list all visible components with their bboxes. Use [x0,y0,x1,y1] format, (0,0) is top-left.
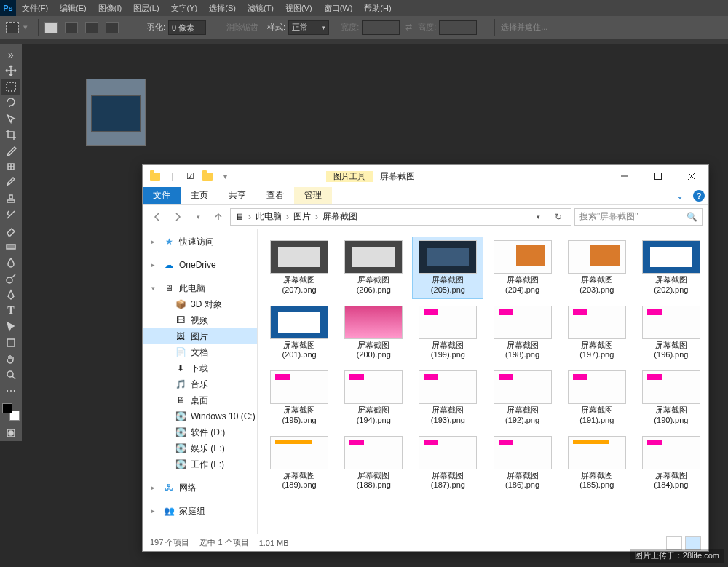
minimize-button[interactable] [608,165,641,187]
nav-quick-access[interactable]: ▸★快速访问 [143,234,257,250]
view-details-button[interactable] [666,536,682,550]
file-item[interactable]: 屏幕截图 (193).png [412,367,483,429]
menu-item[interactable]: 视图(V) [280,3,318,14]
blur-tool[interactable] [1,255,20,271]
nav-network[interactable]: ▸🖧网络 [143,480,257,496]
chevron-right-icon[interactable]: › [247,212,253,222]
brush-tool[interactable] [1,175,20,191]
help-button[interactable]: ? [689,187,708,204]
menu-item[interactable]: 滤镜(T) [242,3,280,14]
file-item[interactable]: 屏幕截图 (196).png [636,302,707,365]
file-item[interactable]: 屏幕截图 (204).png [486,237,558,299]
tab-home[interactable]: 主页 [181,187,218,204]
gradient-tool[interactable] [1,239,20,255]
stamp-tool[interactable] [1,191,20,207]
marquee-tool[interactable] [1,79,20,95]
zoom-tool[interactable] [1,367,20,383]
nav-item[interactable]: 💽软件 (D:) [143,424,257,440]
nav-item[interactable]: 📄文档 [143,344,257,360]
menu-item[interactable]: 帮助(H) [358,3,397,14]
add-selection-icon[interactable] [65,22,78,33]
file-item[interactable]: 屏幕截图 (197).png [561,302,633,365]
quick-mask-tool[interactable] [1,425,20,441]
file-item[interactable]: 屏幕截图 (191).png [561,367,633,429]
nav-item[interactable]: 💽工作 (F:) [143,456,257,472]
file-item[interactable]: 屏幕截图 (186).png [486,432,558,495]
chevron-right-icon[interactable]: › [285,212,290,222]
menu-item[interactable]: 窗口(W) [318,3,359,14]
crop-tool[interactable] [1,127,20,143]
file-list[interactable]: 屏幕截图 (207).png屏幕截图 (206).png屏幕截图 (205).p… [258,229,708,534]
refresh-icon[interactable]: ↻ [549,212,568,222]
nav-item[interactable]: ⬇下载 [143,360,257,376]
menu-item[interactable]: 图像(I) [92,3,127,14]
search-input[interactable]: 搜索"屏幕截图" 🔍 [574,208,703,226]
intersect-selection-icon[interactable] [106,22,119,33]
healing-tool[interactable] [1,159,20,175]
quick-select-tool[interactable] [1,111,20,127]
menu-item[interactable]: 文字(Y) [165,3,204,14]
view-thumbnails-button[interactable] [685,536,701,550]
file-item[interactable]: 屏幕截图 (188).png [338,432,409,495]
chevron-right-icon[interactable]: › [314,212,320,222]
recent-dropdown[interactable]: ▾ [189,208,207,226]
tab-view[interactable]: 查看 [256,187,294,204]
nav-item[interactable]: 💽娱乐 (E:) [143,440,257,456]
new-selection-icon[interactable] [44,22,58,33]
shape-tool[interactable] [1,335,20,351]
nav-item[interactable]: 💽Windows 10 (C:) [143,408,257,424]
file-item[interactable]: 屏幕截图 (203).png [561,237,633,299]
file-item[interactable]: 屏幕截图 (192).png [486,367,558,429]
file-item[interactable]: 屏幕截图 (199).png [412,302,483,365]
file-item[interactable]: 屏幕截图 (202).png [636,237,707,299]
nav-item[interactable]: 📦3D 对象 [143,296,257,312]
collapse-icon[interactable]: » [1,47,20,63]
addr-dropdown-icon[interactable]: ▾ [529,213,547,221]
tab-manage[interactable]: 管理 [294,187,332,204]
nav-item[interactable]: 🖥桌面 [143,392,257,408]
dodge-tool[interactable] [1,271,20,287]
menu-item[interactable]: 文件(F) [16,3,54,14]
style-dropdown[interactable]: 正常▾ [288,20,329,35]
hand-tool[interactable] [1,351,20,367]
subtract-selection-icon[interactable] [85,22,98,33]
file-item[interactable]: 屏幕截图 (187).png [412,432,483,495]
eraser-tool[interactable] [1,223,20,239]
file-item[interactable]: 屏幕截图 (205).png [412,237,483,299]
file-item[interactable]: 屏幕截图 (185).png [561,432,633,495]
path-select-tool[interactable] [1,319,20,335]
nav-homegroup[interactable]: ▸👥家庭组 [143,503,257,519]
maximize-button[interactable] [641,165,675,187]
nav-item[interactable]: 🎵音乐 [143,376,257,392]
nav-onedrive[interactable]: ▸☁OneDrive [143,257,257,273]
type-tool[interactable]: T [1,303,20,319]
eyedropper-tool[interactable] [1,143,20,159]
nav-pane[interactable]: ▸★快速访问 ▸☁OneDrive ▾🖥此电脑 📦3D 对象🎞视频🖼图片📄文档⬇… [143,229,258,534]
address-bar[interactable]: 🖥 › 此电脑 › 图片 › 屏幕截图 ▾ ↻ [230,208,571,226]
lasso-tool[interactable] [1,95,20,111]
menu-item[interactable]: 编辑(E) [54,3,92,14]
breadcrumb-segment[interactable]: 图片 [292,210,312,223]
fg-bg-colors[interactable] [2,403,20,421]
file-item[interactable]: 屏幕截图 (195).png [264,367,335,429]
back-button[interactable] [149,208,166,226]
select-mask-button[interactable]: 选择并遮住... [501,22,547,33]
history-brush-tool[interactable] [1,207,20,223]
breadcrumb-segment[interactable]: 此电脑 [254,210,283,223]
file-item[interactable]: 屏幕截图 (200).png [338,302,409,365]
close-button[interactable] [675,165,708,187]
explorer-titlebar[interactable]: | ☑ ▾ 图片工具 屏幕截图 [143,165,708,187]
file-item[interactable]: 屏幕截图 (184).png [636,432,707,495]
qat-customize-icon[interactable]: ▾ [217,168,233,184]
pen-tool[interactable] [1,287,20,303]
menu-item[interactable]: 选择(S) [203,3,242,14]
menu-item[interactable]: 图层(L) [127,3,165,14]
ribbon-expand-icon[interactable]: ⌄ [670,187,689,204]
more-tools[interactable]: ⋯ [1,383,20,399]
file-item[interactable]: 屏幕截图 (206).png [338,237,409,299]
file-item[interactable]: 屏幕截图 (198).png [486,302,558,365]
forward-button[interactable] [169,208,186,226]
marquee-tool-icon[interactable] [6,22,19,33]
move-tool[interactable] [1,63,20,79]
tab-file[interactable]: 文件 [143,187,181,204]
